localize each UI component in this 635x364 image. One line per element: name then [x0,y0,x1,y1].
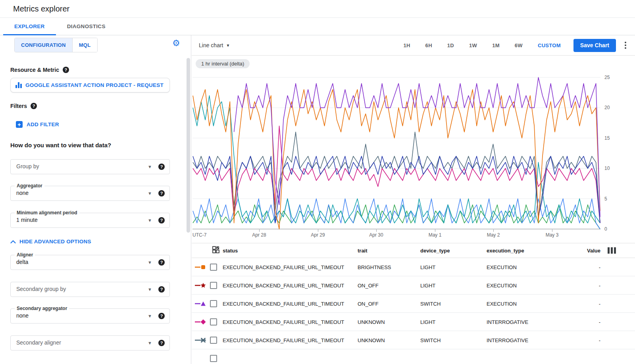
aligner-value: delta [16,259,28,265]
help-icon[interactable]: ? [158,340,165,346]
line-chart-svg [192,73,600,229]
column-header-trait[interactable]: trait [358,248,368,254]
chevron-down-icon[interactable]: ▼ [148,287,152,292]
bar-chart-icon [15,82,22,88]
cell-value: - [549,264,600,270]
range-custom-button[interactable]: CUSTOM [538,42,561,48]
page-title: Metrics explorer [13,4,69,13]
help-icon[interactable]: ? [158,313,165,319]
row-checkbox[interactable] [210,355,217,362]
save-chart-button[interactable]: Save Chart [573,39,616,52]
table-row-partial[interactable] [192,349,635,364]
row-checkbox[interactable] [210,264,217,271]
mql-toggle-button[interactable]: MQL [72,38,97,52]
hide-advanced-options-button[interactable]: HIDE ADVANCED OPTIONS [10,239,91,245]
cell-trait: ON_OFF [358,300,379,306]
x-tick-label: May 2 [479,232,507,238]
help-icon[interactable]: ? [158,259,165,266]
chevron-down-icon[interactable]: ▼ [148,341,152,345]
table-row[interactable]: EXECUTION_BACKEND_FAILURE_URL_TIMEOUT ON… [192,295,635,313]
cell-execution-type: INTERROGATIVE [487,319,528,325]
table-row[interactable]: EXECUTION_BACKEND_FAILURE_URL_TIMEOUT UN… [192,331,635,349]
table-row[interactable]: EXECUTION_BACKEND_FAILURE_URL_TIMEOUT ON… [192,276,635,295]
filters-section: Filters ? [10,103,37,109]
more-options-kebab-icon[interactable] [622,42,629,49]
hide-advanced-options-label: HIDE ADVANCED OPTIONS [19,239,91,245]
range-1w-button[interactable]: 1W [469,40,477,51]
resource-metric-button[interactable]: GOOGLE ASSISTANT ACTION PROJECT - REQUES… [10,78,170,92]
cell-trait: BRIGHTNESS [358,264,391,270]
chart-type-dropdown[interactable]: Line chart ▼ [199,42,230,48]
help-icon[interactable]: ? [158,190,165,196]
series-teal [193,96,600,223]
tab-bar: EXPLORER DIAGNOSTICS [0,18,635,35]
range-1h-button[interactable]: 1H [403,40,410,51]
row-checkbox[interactable] [210,318,217,325]
help-icon[interactable]: ? [63,67,69,73]
cell-value: - [549,282,600,288]
column-header-value[interactable]: Value [549,248,600,254]
row-checkbox[interactable] [210,282,217,289]
range-1m-button[interactable]: 1M [492,40,500,51]
cell-device-type: SWITCH [420,337,441,343]
select-all-icon[interactable] [212,246,219,255]
min-alignment-label: Minimum alignment period [15,210,79,216]
range-6w-button[interactable]: 6W [515,40,523,51]
range-6h-button[interactable]: 6H [425,40,432,51]
resource-metric-section: Resource & Metric ? [10,67,69,73]
main-content: CONFIGURATION MQL ⚙ Resource & Metric ? … [0,35,635,364]
column-header-device-type[interactable]: device_type [420,248,450,254]
range-1d-button[interactable]: 1D [447,40,454,51]
configuration-toggle-button[interactable]: CONFIGURATION [15,38,72,52]
row-checkbox[interactable] [210,337,217,344]
chevron-down-icon[interactable]: ▼ [148,260,152,265]
secondary-aggregator-select[interactable]: Secondary aggregator none ▼ ? [10,308,170,324]
cell-execution-type: EXECUTION [487,300,517,306]
cell-status: EXECUTION_BACKEND_FAILURE_URL_TIMEOUT [223,282,344,288]
min-alignment-select[interactable]: Minimum alignment period 1 minute ▼ ? [10,213,170,228]
chevron-down-icon: ▼ [226,43,230,48]
chart-toolbar: Line chart ▼ 1H 6H 1D 1W 1M 6W CUSTOM Sa… [192,35,635,56]
aggregator-select[interactable]: Aggregator none ▼ ? [10,186,170,201]
table-header-row: status trait device_type execution_type … [192,243,635,258]
secondary-aligner-select[interactable]: Secondary aligner ▼ ? [10,335,170,351]
left-panel-scrollbar[interactable] [187,58,190,233]
cell-trait: UNKNOWN [358,337,385,343]
cell-device-type: LIGHT [420,319,435,325]
chart-panel: Line chart ▼ 1H 6H 1D 1W 1M 6W CUSTOM Sa… [192,35,635,364]
table-row[interactable]: EXECUTION_BACKEND_FAILURE_URL_TIMEOUT BR… [192,258,635,276]
y-tick-label: 25 [604,75,618,80]
column-header-status[interactable]: status [223,248,238,254]
help-icon[interactable]: ? [31,103,37,109]
secondary-group-by-placeholder: Secondary group by [16,286,66,292]
chevron-up-icon [10,240,16,244]
row-checkbox[interactable] [210,300,217,307]
column-header-execution-type[interactable]: execution_type [487,248,524,254]
column-settings-icon[interactable] [608,247,616,254]
cell-device-type: LIGHT [420,264,435,270]
help-icon[interactable]: ? [158,217,165,223]
cell-value: - [549,300,600,306]
secondary-group-by-select[interactable]: Secondary group by ▼ ? [10,282,170,297]
settings-gear-icon[interactable]: ⚙ [172,39,180,48]
secondary-aggregator-label: Secondary aggregator [15,306,69,311]
add-filter-button[interactable]: + ADD FILTER [16,121,59,128]
tab-explorer[interactable]: EXPLORER [3,18,56,35]
table-row[interactable]: EXECUTION_BACKEND_FAILURE_URL_TIMEOUT UN… [192,313,635,331]
line-chart[interactable] [192,73,600,229]
help-icon[interactable]: ? [158,286,165,293]
chevron-down-icon[interactable]: ▼ [148,191,152,196]
x-tick-label: May 3 [538,232,566,238]
help-icon[interactable]: ? [158,164,165,170]
y-tick-label: 20 [604,105,618,110]
chevron-down-icon[interactable]: ▼ [148,218,152,223]
series-swatch-star [195,282,207,289]
aligner-select[interactable]: Aligner delta ▼ ? [10,255,170,270]
tab-diagnostics[interactable]: DIAGNOSTICS [56,18,117,35]
group-by-select[interactable]: Group by ▼ ? [10,159,170,174]
chevron-down-icon[interactable]: ▼ [148,164,152,169]
x-tick-mark [318,229,318,232]
x-tick-label: Apr 28 [245,232,273,238]
chevron-down-icon[interactable]: ▼ [148,314,152,318]
plus-icon: + [16,121,23,128]
